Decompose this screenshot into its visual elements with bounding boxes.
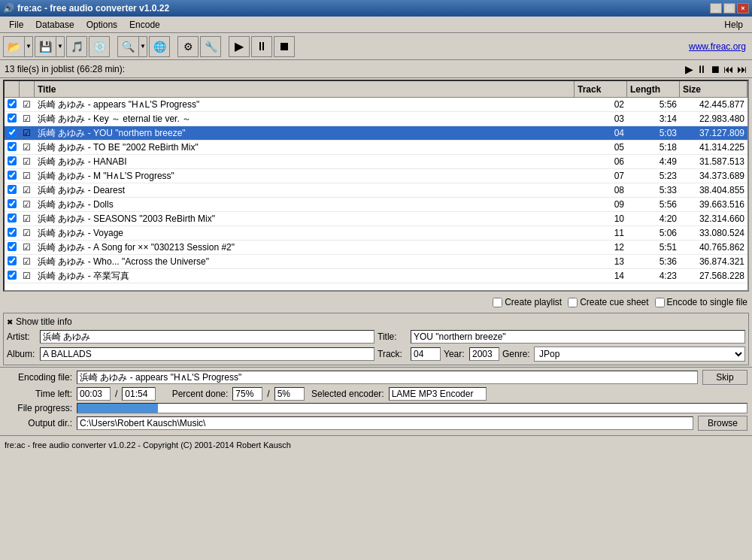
- prev-icon[interactable]: ⏮: [723, 63, 734, 75]
- info-panel-header[interactable]: ✖ Show title info: [7, 316, 745, 327]
- encoding-file-row: Encoding file: Skip: [5, 370, 747, 385]
- menu-help[interactable]: Help: [718, 18, 749, 32]
- track-list-body: ☑ 浜崎 あゆみ - appears "H∧L'S Progress" 02 5…: [5, 98, 747, 290]
- row-title: 浜崎 あゆみ - appears "H∧L'S Progress": [35, 98, 575, 112]
- row-size: 27.568.228: [680, 270, 747, 282]
- menu-database[interactable]: Database: [29, 18, 80, 32]
- toolbar-right: www.freac.org: [689, 41, 749, 52]
- search-dropdown[interactable]: 🔍 ▼: [117, 36, 147, 57]
- cd-button[interactable]: 💿: [89, 36, 110, 57]
- table-row[interactable]: ☑ 浜崎 あゆみ - 卒業写真 14 4:23 27.568.228: [5, 269, 747, 283]
- time-left-val1[interactable]: [77, 387, 111, 401]
- maximize-button[interactable]: □: [723, 3, 735, 14]
- close-button[interactable]: ×: [737, 3, 749, 14]
- row-checkbox[interactable]: [5, 127, 20, 140]
- table-row[interactable]: ☑ 浜崎 あゆみ - SEASONS "2003 ReBirth Mix" 10…: [5, 212, 747, 226]
- table-row[interactable]: ☑ 浜崎 あゆみ - HANABI 06 4:49 31.587.513: [5, 155, 747, 169]
- table-row[interactable]: ☑ 浜崎 あゆみ - M "H∧L'S Progress" 07 5:23 34…: [5, 169, 747, 183]
- save-button[interactable]: 💾: [35, 36, 56, 57]
- website-link[interactable]: www.freac.org: [689, 41, 746, 52]
- row-checkbox[interactable]: [5, 113, 20, 126]
- row-checkbox[interactable]: [5, 270, 20, 283]
- table-row[interactable]: ☑ 浜崎 あゆみ - Key ～ eternal tie ver. ～ 03 3…: [5, 112, 747, 126]
- row-check-icon: ☑: [20, 156, 35, 168]
- table-row[interactable]: ☑ 浜崎 あゆみ - Who... "Across the Universe" …: [5, 255, 747, 269]
- menu-encode[interactable]: Encode: [123, 18, 166, 32]
- year-input[interactable]: [469, 347, 499, 361]
- row-track: 09: [575, 198, 627, 210]
- search-dropdown-arrow[interactable]: ▼: [138, 36, 147, 57]
- percent-val1[interactable]: [232, 387, 262, 401]
- row-checkbox[interactable]: [5, 213, 20, 226]
- pause-icon[interactable]: ⏸: [696, 63, 707, 75]
- play-icon[interactable]: ▶: [685, 63, 693, 75]
- album-input[interactable]: [40, 347, 374, 361]
- plugin-button[interactable]: 🔧: [200, 36, 221, 57]
- open-button[interactable]: 📂: [3, 36, 24, 57]
- table-row[interactable]: ☑ 浜崎 あゆみ - Dearest 08 5:33 38.404.855: [5, 183, 747, 198]
- menu-options[interactable]: Options: [80, 18, 123, 32]
- table-row[interactable]: ☑ 浜崎 あゆみ - TO BE "2002 ReBirth Mix" 05 5…: [5, 141, 747, 155]
- encoding-file-value[interactable]: [77, 371, 698, 384]
- row-length: 4:20: [627, 213, 680, 225]
- row-checkbox[interactable]: [5, 141, 20, 154]
- network-button[interactable]: 🌐: [149, 36, 170, 57]
- table-row[interactable]: ☑ 浜崎 あゆみ - Dolls 09 5:56 39.663.516: [5, 198, 747, 212]
- save-dropdown[interactable]: 💾 ▼: [35, 36, 65, 57]
- title-bar-controls[interactable]: _ □ ×: [710, 3, 749, 14]
- encode-to-single-checkbox[interactable]: [655, 298, 665, 307]
- time-left-val2[interactable]: [122, 387, 156, 401]
- output-dir-value[interactable]: [77, 416, 693, 430]
- play-button[interactable]: ▶: [229, 36, 250, 57]
- row-checkbox[interactable]: [5, 156, 20, 168]
- row-checkbox[interactable]: [5, 241, 20, 254]
- open-dropdown[interactable]: 📂 ▼: [3, 36, 33, 57]
- artist-input[interactable]: [40, 330, 374, 344]
- col-size: Size: [680, 81, 747, 97]
- search-button[interactable]: 🔍: [117, 36, 138, 57]
- create-cue-sheet-text: Create cue sheet: [580, 297, 648, 307]
- create-cue-sheet-checkbox[interactable]: [568, 298, 578, 307]
- row-size: 37.127.809: [680, 127, 747, 139]
- row-size: 31.587.513: [680, 156, 747, 168]
- create-cue-sheet-label[interactable]: Create cue sheet: [568, 297, 648, 307]
- row-checkbox[interactable]: [5, 227, 20, 240]
- title-input[interactable]: [411, 330, 745, 344]
- table-row[interactable]: ☑ 浜崎 あゆみ - appears "H∧L'S Progress" 02 5…: [5, 98, 747, 112]
- save-dropdown-arrow[interactable]: ▼: [56, 36, 65, 57]
- stop-button[interactable]: ⏹: [274, 36, 295, 57]
- row-size: 22.983.480: [680, 113, 747, 125]
- browse-button[interactable]: Browse: [698, 416, 747, 431]
- row-check-icon: ☑: [20, 127, 35, 139]
- row-checkbox[interactable]: [5, 256, 20, 268]
- row-checkbox[interactable]: [5, 184, 20, 197]
- status-bar: 13 file(s) in joblist (66:28 min): ▶ ⏸ ⏹…: [0, 60, 752, 78]
- table-row[interactable]: ☑ 浜崎 あゆみ - YOU "northern breeze" 04 5:03…: [5, 126, 747, 141]
- table-row[interactable]: ☑ 浜崎 あゆみ - Voyage 11 5:06 33.080.524: [5, 226, 747, 241]
- row-checkbox[interactable]: [5, 98, 20, 111]
- menu-file[interactable]: File: [3, 18, 29, 32]
- create-playlist-checkbox[interactable]: [493, 298, 502, 307]
- artist-row: Artist:: [7, 330, 374, 344]
- stop-icon[interactable]: ⏹: [710, 63, 720, 75]
- skip-button[interactable]: Skip: [702, 370, 747, 385]
- encode-to-single-label[interactable]: Encode to single file: [655, 297, 747, 307]
- pause-button[interactable]: ⏸: [251, 36, 272, 57]
- row-size: 41.314.225: [680, 141, 747, 153]
- minimize-button[interactable]: _: [710, 3, 722, 14]
- table-row[interactable]: ☑ 浜崎 あゆみ - A Song for ×× "030213 Session…: [5, 241, 747, 255]
- row-checkbox[interactable]: [5, 170, 20, 183]
- options-row: Create playlist Create cue sheet Encode …: [0, 293, 752, 311]
- selected-encoder-value[interactable]: [389, 387, 487, 401]
- genre-select[interactable]: JPop: [534, 347, 745, 362]
- music-button[interactable]: 🎵: [66, 36, 87, 57]
- row-length: 4:23: [627, 270, 680, 282]
- open-dropdown-arrow[interactable]: ▼: [24, 36, 33, 57]
- percent-val2[interactable]: [274, 387, 305, 401]
- track-input[interactable]: [411, 347, 441, 361]
- create-playlist-label[interactable]: Create playlist: [493, 297, 562, 307]
- next-icon[interactable]: ⏭: [737, 63, 747, 75]
- row-checkbox[interactable]: [5, 198, 20, 211]
- row-size: 38.404.855: [680, 184, 747, 196]
- settings-button[interactable]: ⚙: [177, 36, 199, 57]
